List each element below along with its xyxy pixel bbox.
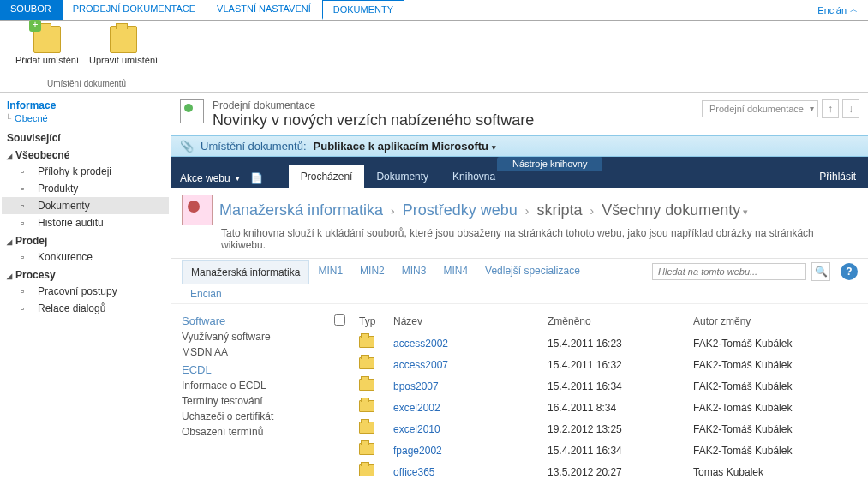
search-go-button[interactable]: 🔍 bbox=[811, 262, 830, 281]
folder-icon bbox=[359, 443, 374, 455]
tab-sales-doc[interactable]: PRODEJNÍ DOKUMENTACE bbox=[63, 0, 207, 20]
top-link-item[interactable]: MIN2 bbox=[351, 260, 393, 284]
item-name-link[interactable]: access2007 bbox=[393, 359, 448, 371]
site-actions-menu[interactable]: Akce webu▾ 📄 bbox=[171, 169, 272, 188]
item-modified: 15.4.2011 16:34 bbox=[541, 440, 686, 461]
col-author[interactable]: Autor změny bbox=[686, 311, 858, 332]
item-modified: 15.4.2011 16:23 bbox=[541, 332, 686, 355]
top-link-bar-row2[interactable]: Encián bbox=[171, 284, 868, 304]
quick-launch-item[interactable]: Obsazení termínů bbox=[182, 424, 310, 440]
table-row[interactable]: excel201019.2.2012 13:25FAK2-Tomáš Kubál… bbox=[327, 418, 858, 440]
library-description: Tato knihovna slouží k ukládání souborů,… bbox=[221, 227, 838, 251]
site-search: 🔍 ? bbox=[652, 262, 858, 281]
folder-icon bbox=[359, 357, 374, 369]
item-name-link[interactable]: excel2002 bbox=[393, 402, 440, 414]
table-row[interactable]: fpage200215.4.2011 16:34FAK2-Tomáš Kubál… bbox=[327, 440, 858, 461]
top-link-bar: Manažerská informatikaMIN1MIN2MIN3MIN4Ve… bbox=[171, 259, 868, 284]
info-heading[interactable]: Informace bbox=[2, 98, 169, 113]
crumb-part-1[interactable]: Prostředky webu bbox=[403, 201, 518, 219]
tab-settings[interactable]: VLASTNÍ NASTAVENÍ bbox=[207, 0, 322, 20]
nav-item[interactable]: ▫Relace dialogů bbox=[2, 300, 169, 317]
breadcrumb-area: Manažerská informatika › Prostředky webu… bbox=[171, 188, 868, 259]
top-link-item[interactable]: Manažerská informatika bbox=[182, 260, 309, 284]
item-modified: 15.4.2011 16:34 bbox=[541, 375, 686, 397]
record-entity-label: Prodejní dokumentace bbox=[213, 99, 534, 111]
nav-item[interactable]: ▫Pracovní postupy bbox=[2, 283, 169, 300]
nav-item-icon: ▫ bbox=[21, 285, 33, 297]
col-type[interactable]: Typ bbox=[352, 311, 386, 332]
site-logo-icon bbox=[182, 195, 213, 225]
navigate-up-icon[interactable]: 📄 bbox=[250, 172, 263, 184]
quick-launch-item[interactable]: Uchazeči o certifikát bbox=[182, 409, 310, 424]
top-link-item[interactable]: Vedlejší specializace bbox=[476, 260, 589, 284]
col-modified[interactable]: Změněno bbox=[541, 311, 686, 332]
tab-documents[interactable]: DOKUMENTY bbox=[322, 0, 404, 20]
table-row[interactable]: office36513.5.2012 20:27Tomas Kubalek bbox=[327, 461, 858, 482]
chevron-up-icon: ︿ bbox=[850, 4, 858, 15]
edit-location-button[interactable]: Upravit umístění bbox=[86, 24, 161, 67]
crumb-view-dropdown[interactable]: Všechny dokumenty bbox=[602, 201, 748, 219]
col-name[interactable]: Název bbox=[386, 311, 541, 332]
record-title: Novinky v nových verzích nabízeného soft… bbox=[213, 111, 534, 129]
item-name-link[interactable]: excel2010 bbox=[393, 423, 440, 435]
tab-file[interactable]: SOUBOR bbox=[0, 0, 63, 20]
nav-group[interactable]: Prodej bbox=[2, 231, 169, 248]
app-menu-tabs: SOUBOR PRODEJNÍ DOKUMENTACE VLASTNÍ NAST… bbox=[0, 0, 868, 21]
nav-prev-button[interactable]: ↑ bbox=[822, 99, 839, 118]
ribbon: + Přidat umístění Upravit umístění Umíst… bbox=[0, 21, 868, 93]
folder-icon bbox=[359, 336, 374, 348]
nav-item[interactable]: ▫Produkty bbox=[2, 180, 169, 197]
breadcrumb: Manažerská informatika › Prostředky webu… bbox=[219, 201, 748, 219]
item-name-link[interactable]: fpage2002 bbox=[393, 445, 442, 457]
info-general-link[interactable]: Obecné bbox=[2, 113, 169, 123]
record-switcher-combo[interactable]: Prodejní dokumentace bbox=[702, 100, 818, 117]
sp-tab-documents[interactable]: Dokumenty bbox=[364, 165, 440, 188]
quick-launch-heading[interactable]: ECDL bbox=[182, 363, 310, 376]
search-input[interactable] bbox=[652, 263, 806, 280]
sign-in-link[interactable]: Přihlásit bbox=[807, 165, 868, 188]
nav-next-button[interactable]: ↓ bbox=[842, 99, 859, 118]
quick-launch-item[interactable]: Termíny testování bbox=[182, 393, 310, 409]
table-row[interactable]: excel200216.4.2011 8:34FAK2-Tomáš Kubále… bbox=[327, 397, 858, 418]
folder-icon bbox=[359, 422, 374, 434]
nav-item-label: Produkty bbox=[38, 183, 78, 195]
location-label: Umístění dokumentů: bbox=[201, 140, 307, 153]
quick-launch-item[interactable]: MSDN AA bbox=[182, 344, 310, 360]
quick-launch-item[interactable]: Informace o ECDL bbox=[182, 378, 310, 393]
nav-group[interactable]: Procesy bbox=[2, 266, 169, 283]
nav-item[interactable]: ▫Dokumenty bbox=[2, 197, 169, 214]
sharepoint-ribbon: Nástroje knihovny Akce webu▾ 📄 Procházen… bbox=[171, 157, 868, 188]
select-all-checkbox[interactable] bbox=[334, 314, 345, 326]
nav-group[interactable]: Všeobecné bbox=[2, 146, 169, 163]
item-author: FAK2-Tomáš Kubálek bbox=[686, 440, 858, 461]
location-value[interactable]: Publikace k aplikacím Microsoftu ▾ bbox=[314, 140, 496, 153]
nav-item-icon: ▫ bbox=[21, 200, 33, 212]
crumb-part-0[interactable]: Manažerská informatika bbox=[219, 201, 383, 219]
top-link-item[interactable]: MIN3 bbox=[393, 260, 435, 284]
help-button[interactable]: ? bbox=[841, 263, 858, 280]
user-menu[interactable]: Encián ︿ bbox=[807, 0, 868, 20]
table-row[interactable]: access200215.4.2011 16:23FAK2-Tomáš Kubá… bbox=[327, 332, 858, 355]
item-author: FAK2-Tomáš Kubálek bbox=[686, 375, 858, 397]
nav-item[interactable]: ▫Historie auditu bbox=[2, 214, 169, 231]
crumb-part-2[interactable]: skripta bbox=[537, 201, 583, 219]
chevron-down-icon: ▾ bbox=[492, 143, 496, 152]
quick-launch-heading[interactable]: Software bbox=[182, 314, 310, 327]
add-location-button[interactable]: + Přidat umístění bbox=[12, 24, 82, 67]
table-row[interactable]: bpos200715.4.2011 16:34FAK2-Tomáš Kubále… bbox=[327, 375, 858, 397]
sp-tab-browse[interactable]: Procházení bbox=[289, 165, 365, 188]
nav-item[interactable]: ▫Konkurence bbox=[2, 248, 169, 266]
library-tools-group: Nástroje knihovny bbox=[497, 157, 602, 171]
top-link-item[interactable]: MIN1 bbox=[309, 260, 351, 284]
nav-item[interactable]: ▫Přílohy k prodeji bbox=[2, 163, 169, 180]
item-name-link[interactable]: office365 bbox=[393, 466, 435, 478]
folder-edit-icon bbox=[110, 26, 137, 53]
table-row[interactable]: access200715.4.2011 16:32FAK2-Tomáš Kubá… bbox=[327, 354, 858, 375]
top-link-item[interactable]: MIN4 bbox=[434, 260, 476, 284]
nav-item-icon: ▫ bbox=[21, 302, 33, 314]
item-name-link[interactable]: access2002 bbox=[393, 338, 448, 350]
item-name-link[interactable]: bpos2007 bbox=[393, 380, 439, 392]
nav-item-icon: ▫ bbox=[21, 183, 33, 195]
quick-launch-item[interactable]: Využívaný software bbox=[182, 329, 310, 344]
nav-item-label: Pracovní postupy bbox=[38, 285, 117, 297]
